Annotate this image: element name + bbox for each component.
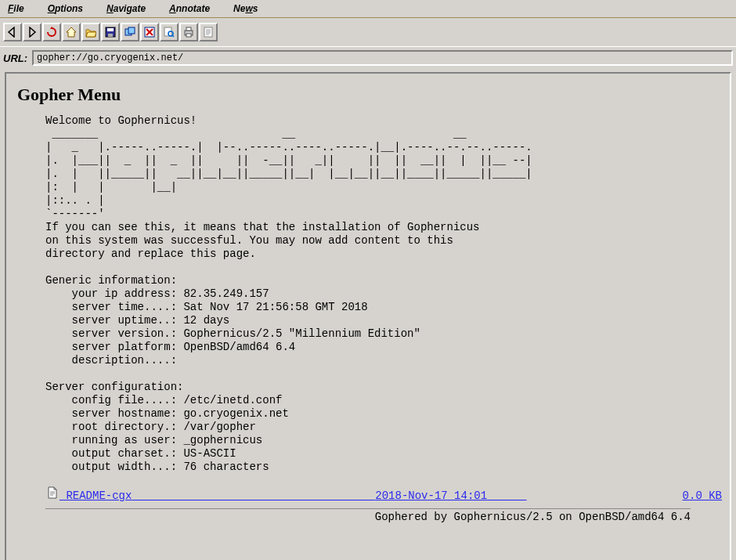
svg-marker-3 (67, 27, 76, 37)
svg-marker-1 (30, 27, 35, 37)
content-viewport: Gopher Menu Welcome to Gophernicus! ____… (5, 72, 731, 560)
svg-rect-5 (107, 28, 114, 31)
home-icon (66, 27, 77, 38)
footer-text: Gophered by Gophernicus/2.5 on OpenBSD/a… (45, 511, 691, 523)
reload-icon (46, 27, 57, 38)
forward-button[interactable] (23, 23, 41, 42)
open-button[interactable] (81, 23, 100, 42)
svg-rect-16 (186, 27, 191, 31)
back-button[interactable] (3, 23, 22, 42)
page-title: Gopher Menu (17, 85, 722, 105)
toolbar (0, 18, 736, 47)
document-icon (45, 486, 60, 499)
floppy-icon (105, 27, 116, 38)
reload-button[interactable] (42, 23, 61, 42)
footer-separator (45, 508, 691, 509)
print-button[interactable] (179, 23, 198, 42)
svg-marker-0 (9, 27, 14, 37)
file-size: 0.0 KB (683, 490, 722, 502)
svg-rect-8 (128, 27, 135, 34)
close-window-icon (144, 27, 155, 38)
svg-line-14 (172, 35, 174, 37)
clone-window-icon (124, 27, 135, 38)
file-entry[interactable]: README-cgx 2018-Nov-17 14:01 0.0 KB (45, 486, 722, 502)
home-button[interactable] (62, 23, 81, 42)
svg-rect-17 (186, 34, 191, 37)
menu-news[interactable]: News (230, 1, 261, 17)
svg-rect-18 (204, 27, 212, 37)
open-folder-icon (85, 27, 96, 38)
url-input[interactable] (32, 50, 733, 66)
menu-navigate[interactable]: Navigate (103, 1, 149, 17)
url-row: URL: (0, 47, 736, 70)
editor-button[interactable] (199, 23, 218, 42)
editor-icon (203, 27, 214, 38)
menu-options[interactable]: Options (45, 1, 86, 17)
clone-button[interactable] (121, 23, 139, 42)
file-fill (132, 490, 375, 502)
url-label: URL: (3, 52, 27, 64)
close-button[interactable] (140, 23, 159, 42)
find-icon (164, 27, 175, 38)
menubar: File Options Navigate Annotate News (0, 1, 736, 18)
svg-rect-6 (108, 34, 113, 37)
menu-annotate[interactable]: Annotate (166, 1, 213, 17)
file-name: README-cgx (60, 490, 132, 502)
save-button[interactable] (101, 23, 120, 42)
menu-file[interactable]: File (5, 1, 27, 17)
gopher-body: Welcome to Gophernicus! _______ __ __ | … (45, 114, 722, 474)
file-fill-2 (487, 490, 682, 502)
find-button[interactable] (160, 23, 179, 42)
forward-icon (27, 27, 38, 38)
file-date: 2018-Nov-17 14:01 (375, 490, 487, 502)
back-icon (7, 27, 18, 38)
print-icon (183, 27, 194, 38)
